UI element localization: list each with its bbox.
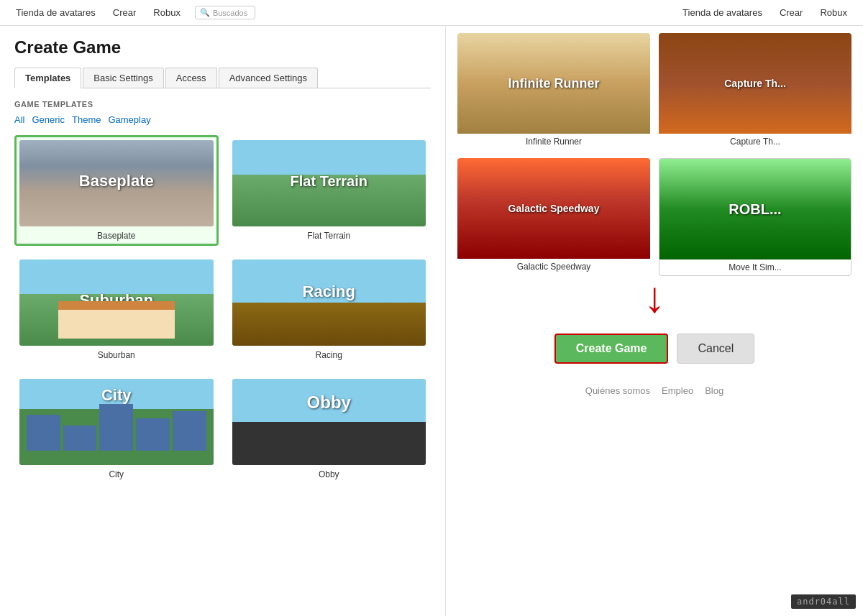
flat-terrain-label: Flat Terrain bbox=[232, 231, 426, 241]
nav-crear-1[interactable]: Crear bbox=[104, 0, 145, 25]
infinite-runner-thumbnail bbox=[457, 33, 650, 134]
filter-generic[interactable]: Generic bbox=[32, 114, 65, 125]
search-placeholder: Buscados bbox=[213, 9, 247, 17]
template-suburban[interactable]: Suburban bbox=[14, 254, 219, 365]
baseplate-thumbnail bbox=[19, 140, 214, 226]
city-label: City bbox=[19, 469, 214, 479]
right-panel: Infinite Runner Capture Th... Galactic S… bbox=[446, 26, 863, 616]
section-title: GAME TEMPLATES bbox=[14, 100, 431, 109]
template-obby[interactable]: Obby bbox=[227, 374, 432, 484]
nav-tienda-avatares-1[interactable]: Tienda de avatares bbox=[7, 0, 104, 25]
game-template-grid: Infinite Runner Capture Th... Galactic S… bbox=[457, 33, 851, 276]
move-it-label: Move It Sim... bbox=[659, 259, 851, 275]
template-grid: Baseplate Flat Terrain Suburban Racing bbox=[14, 135, 431, 484]
search-box[interactable]: 🔍 Buscados bbox=[195, 6, 255, 19]
navigation-bar: Tienda de avatares Crear Robux 🔍 Buscado… bbox=[0, 0, 863, 26]
tab-advanced-settings[interactable]: Advanced Settings bbox=[219, 68, 318, 88]
action-section: ↓ Create Game Cancel bbox=[457, 276, 851, 364]
search-icon: 🔍 bbox=[200, 8, 210, 17]
game-card-move-it[interactable]: Move It Sim... bbox=[659, 158, 851, 276]
building-5 bbox=[173, 411, 206, 451]
create-game-button[interactable]: Create Game bbox=[554, 334, 669, 364]
racing-thumbnail bbox=[232, 259, 426, 346]
page-title: Create Game bbox=[14, 37, 431, 58]
tab-access[interactable]: Access bbox=[165, 68, 217, 88]
main-container: Create Game Templates Basic Settings Acc… bbox=[0, 26, 863, 616]
game-card-capture[interactable]: Capture Th... bbox=[659, 33, 851, 150]
flat-terrain-thumbnail bbox=[232, 140, 426, 226]
tab-basic-settings[interactable]: Basic Settings bbox=[83, 68, 163, 88]
obby-label: Obby bbox=[232, 469, 426, 479]
city-buildings bbox=[27, 404, 206, 451]
tab-templates[interactable]: Templates bbox=[14, 68, 81, 88]
cancel-button[interactable]: Cancel bbox=[677, 334, 754, 364]
infinite-runner-label: Infinite Runner bbox=[457, 134, 650, 150]
capture-thumbnail bbox=[659, 33, 851, 134]
left-panel: Create Game Templates Basic Settings Acc… bbox=[0, 26, 446, 616]
building-3 bbox=[99, 404, 133, 451]
footer-blog[interactable]: Blog bbox=[705, 385, 723, 396]
nav-tienda-avatares-2[interactable]: Tienda de avatares bbox=[674, 7, 771, 18]
nav-robux-1[interactable]: Robux bbox=[145, 0, 189, 25]
filter-all[interactable]: All bbox=[14, 114, 24, 125]
building-2 bbox=[63, 426, 97, 451]
filter-gameplay[interactable]: Gameplay bbox=[108, 114, 150, 125]
footer-links: Quiénes somos Empleo Blog bbox=[457, 385, 851, 396]
nav-crear-2[interactable]: Crear bbox=[771, 7, 812, 18]
obby-thumbnail bbox=[232, 379, 426, 465]
capture-label: Capture Th... bbox=[659, 134, 851, 150]
footer-empleo[interactable]: Empleo bbox=[662, 385, 693, 396]
baseplate-label: Baseplate bbox=[19, 231, 214, 241]
nav-robux-2[interactable]: Robux bbox=[811, 7, 856, 18]
action-buttons: Create Game Cancel bbox=[457, 334, 851, 364]
galactic-thumbnail bbox=[457, 158, 650, 259]
building-1 bbox=[27, 415, 60, 451]
galactic-label: Galactic Speedway bbox=[457, 259, 650, 275]
suburban-thumbnail bbox=[19, 259, 214, 346]
template-flat-terrain[interactable]: Flat Terrain bbox=[227, 135, 432, 246]
game-card-infinite-runner[interactable]: Infinite Runner bbox=[457, 33, 650, 150]
template-racing[interactable]: Racing bbox=[227, 254, 432, 365]
game-card-galactic[interactable]: Galactic Speedway bbox=[457, 158, 650, 276]
template-baseplate[interactable]: Baseplate bbox=[14, 135, 219, 246]
building-4 bbox=[136, 418, 170, 451]
move-it-thumbnail bbox=[659, 159, 851, 259]
filter-links: All Generic Theme Gameplay bbox=[14, 114, 431, 125]
filter-theme[interactable]: Theme bbox=[72, 114, 101, 125]
red-arrow: ↓ bbox=[457, 276, 851, 319]
footer-quienes-somos[interactable]: Quiénes somos bbox=[585, 385, 650, 396]
template-city[interactable]: City bbox=[14, 374, 219, 484]
tab-bar: Templates Basic Settings Access Advanced… bbox=[14, 68, 431, 88]
suburban-label: Suburban bbox=[19, 350, 214, 360]
racing-label: Racing bbox=[232, 350, 426, 360]
city-thumbnail bbox=[19, 379, 214, 465]
watermark: andr04all bbox=[791, 594, 856, 609]
